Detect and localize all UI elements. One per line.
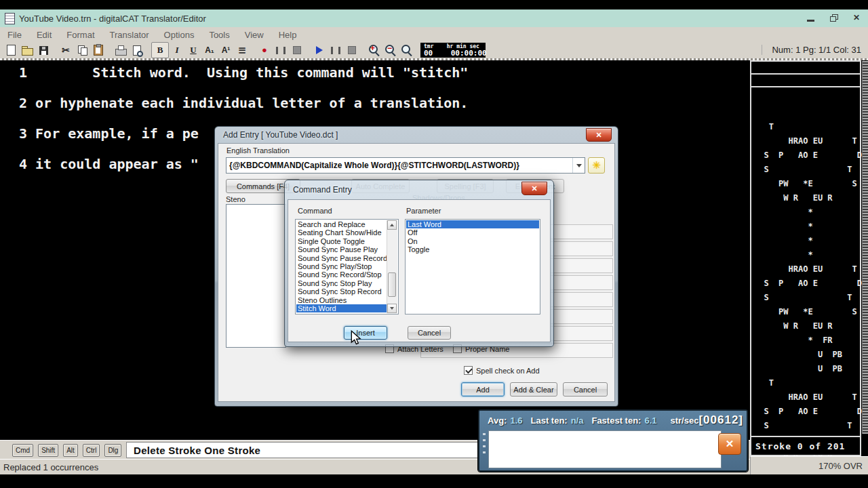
menu-item[interactable]: Edit <box>29 30 59 40</box>
print-preview-icon[interactable] <box>129 43 145 58</box>
last-ten-label: Last ten: <box>530 415 567 426</box>
menu-item[interactable]: File <box>0 30 29 40</box>
toolbar-separator <box>305 43 311 58</box>
menu-item[interactable]: View <box>237 30 271 40</box>
spell-check-checkbox[interactable]: Spell check on Add <box>464 366 540 375</box>
cut-icon[interactable]: ✂ <box>58 43 74 58</box>
open-file-icon[interactable] <box>19 43 35 58</box>
stop-record-icon[interactable] <box>289 43 305 58</box>
modifier-button[interactable]: Shift <box>38 444 58 457</box>
unit-label: str/sec <box>671 415 699 426</box>
command-list-item[interactable]: Steno Outlines <box>296 296 387 304</box>
command-list-item[interactable]: Sound Sync Stop Record <box>296 287 387 296</box>
underline-icon[interactable]: U <box>185 43 201 58</box>
zoom-in-icon[interactable] <box>366 43 382 58</box>
pause-play-icon[interactable] <box>328 43 344 58</box>
steno-label: Steno <box>226 195 245 203</box>
chevron-down-icon[interactable] <box>572 158 585 173</box>
parameter-list-item[interactable]: Last Word <box>406 220 539 228</box>
steno-line: HRAO EU T <box>754 262 862 277</box>
pause-record-icon[interactable] <box>273 43 289 58</box>
command-list-item[interactable]: Single Quote Toggle <box>296 237 387 245</box>
modifier-button[interactable]: Cmd <box>12 444 33 457</box>
window-close-button[interactable]: ✕ <box>848 12 865 24</box>
steno-footer: Stroke 0 of 201 <box>751 436 860 455</box>
parameter-list: Last WordOffOnToggle <box>405 219 540 314</box>
command-list-item[interactable]: Sound Sync Record/Stop <box>296 270 387 279</box>
scroll-down-icon[interactable] <box>387 304 397 313</box>
last-ten-value: n/a <box>571 415 584 426</box>
bottom-letterbox <box>0 474 868 488</box>
command-entry-close-button[interactable]: ✕ <box>521 182 547 195</box>
speed-bar-close-button[interactable]: ✕ <box>718 433 741 455</box>
font-superscript-icon[interactable]: A¹ <box>218 43 234 58</box>
parameter-list-item[interactable]: On <box>406 237 539 245</box>
timer-display: tmr hr min sec 00 00:00:00 <box>420 43 486 58</box>
parameter-list-item[interactable]: Toggle <box>406 245 539 253</box>
command-entry-title: Command Entry <box>288 185 352 195</box>
speed-stats: Avg: 1.6 Last ten: n/a Fastest ten: 6.1 … <box>479 411 747 427</box>
add-entry-close-button[interactable]: ✕ <box>586 128 612 142</box>
record-icon[interactable]: ● <box>256 43 273 58</box>
parameter-label: Parameter <box>406 207 441 215</box>
zoom-out-icon[interactable] <box>382 43 399 58</box>
add-entry-titlebar[interactable]: Add Entry [ YouTube Video.dct ] ✕ <box>218 127 615 143</box>
steno-line: S P AO E D <box>754 148 862 163</box>
new-document-icon[interactable] <box>3 43 19 58</box>
save-icon[interactable] <box>35 43 52 58</box>
menu-item[interactable]: Tools <box>201 30 237 40</box>
new-entry-button[interactable]: ✳ <box>588 157 605 174</box>
parameter-list-item[interactable]: Off <box>406 228 539 237</box>
scroll-up-icon[interactable] <box>387 220 397 230</box>
stop-play-icon[interactable] <box>344 43 360 58</box>
command-list-item[interactable]: Sound Sync Stop Play <box>296 279 387 287</box>
play-icon[interactable] <box>311 43 328 58</box>
steno-line: * FR <box>754 333 862 348</box>
add-entry-cancel-button[interactable]: Cancel <box>563 382 608 396</box>
modifier-button[interactable]: Ctrl <box>83 444 100 457</box>
command-list-item[interactable]: Sound Sync Pause Play <box>296 245 387 253</box>
command-entry-cancel-button[interactable]: Cancel <box>408 326 451 340</box>
menu-item[interactable]: Format <box>59 30 102 40</box>
modifier-button[interactable]: Dlg <box>104 444 121 457</box>
minimize-button[interactable] <box>802 12 819 24</box>
restore-button[interactable] <box>825 12 842 24</box>
print-icon[interactable] <box>113 43 129 58</box>
modifier-button[interactable]: Alt <box>63 444 78 457</box>
bold-icon[interactable]: B <box>151 42 169 58</box>
font-subscript-icon[interactable]: A₁ <box>201 43 218 58</box>
steno-scrollbar[interactable] <box>862 61 868 434</box>
steno-line: * <box>754 248 862 262</box>
command-list-scrollbar[interactable] <box>387 220 397 313</box>
page-status: Num: 1 Pg: 1/1 Col: 31 <box>762 45 861 55</box>
command-list-item[interactable]: Sound Sync Pause Record <box>296 254 387 262</box>
scrollbar-thumb[interactable] <box>388 272 396 297</box>
command-list-item[interactable]: Seating Chart Show/Hide <box>296 228 387 237</box>
zoom-icon[interactable] <box>399 43 415 58</box>
command-list-item[interactable]: Suggest Brief Translation <box>296 312 387 314</box>
command-list-item[interactable]: Search and Replace <box>296 220 387 228</box>
menu-item[interactable]: Translator <box>102 30 157 40</box>
minimize-icon <box>807 20 814 22</box>
translation-combobox[interactable]: {@KBDCOMMAND(Capitalize Whole Word)}{@ST… <box>226 157 585 174</box>
paragraph-align-icon[interactable]: ≡ <box>234 43 250 58</box>
copy-icon[interactable] <box>74 43 90 58</box>
menu-item[interactable]: Help <box>271 30 304 40</box>
command-entry-dialog: Command Entry ✕ Command Parameter Search… <box>284 180 554 347</box>
add-clear-button[interactable]: Add & Clear <box>510 382 557 396</box>
steno-listbox[interactable] <box>226 204 286 348</box>
command-list-item[interactable]: Stitch Word <box>296 304 387 312</box>
command-entry-titlebar[interactable]: Command Entry ✕ <box>288 180 551 199</box>
command-list-item[interactable]: Sound Sync Play/Stop <box>296 262 387 270</box>
paste-icon[interactable] <box>90 43 106 58</box>
window-title: YouTube Video.trn - digitalCAT Translato… <box>19 14 206 24</box>
command-text: Delete Stroke One Stroke <box>127 445 260 456</box>
translation-label: English Translation <box>226 146 290 155</box>
drag-grip[interactable] <box>483 433 486 453</box>
steno-line: T <box>754 376 862 390</box>
insert-button[interactable]: Insert <box>344 326 387 340</box>
title-bar[interactable]: YouTube Video.trn - digitalCAT Translato… <box>0 9 868 28</box>
add-button[interactable]: Add <box>461 382 505 396</box>
italic-icon[interactable]: I <box>169 43 185 58</box>
menu-item[interactable]: Options <box>157 30 202 40</box>
